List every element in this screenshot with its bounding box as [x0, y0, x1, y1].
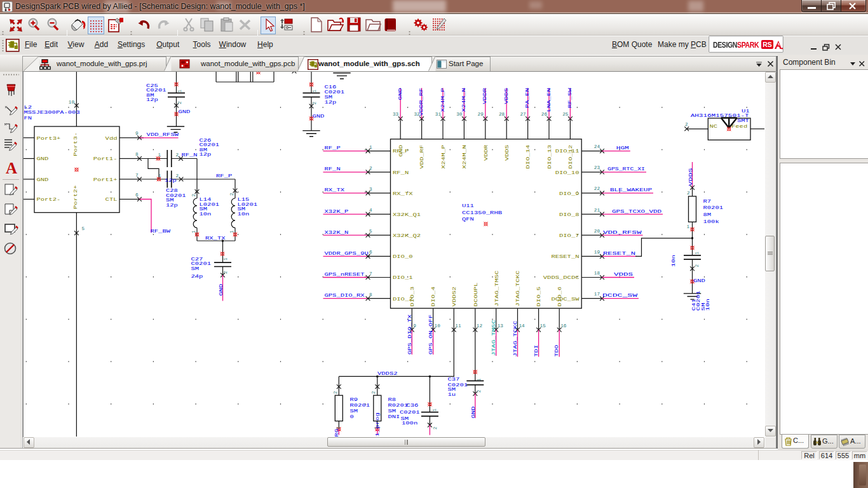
svg-text:1: 1	[312, 90, 317, 93]
svg-text:8M: 8M	[703, 212, 712, 217]
svg-text:GND: GND	[693, 278, 706, 283]
svg-text:GND: GND	[398, 88, 403, 100]
svg-text:DIO_9: DIO_9	[559, 191, 580, 196]
svg-text:1: 1	[158, 173, 161, 179]
svg-text:12: 12	[477, 323, 482, 329]
svg-text:X24M_P: X24M_P	[440, 88, 445, 112]
svg-text:24: 24	[594, 144, 600, 149]
svg-text:6: 6	[369, 250, 372, 255]
svg-text:RX_TX: RX_TX	[325, 187, 345, 193]
svg-text:VDDS: VDDS	[505, 144, 510, 161]
svg-text:19: 19	[594, 250, 600, 255]
svg-text:RF_P: RF_P	[325, 146, 341, 151]
svg-text:Port1-: Port1-	[93, 156, 118, 161]
svg-text:15: 15	[540, 323, 546, 329]
svg-text:R7: R7	[703, 199, 712, 204]
svg-text:VDDS: VDDS	[688, 168, 693, 186]
svg-text:2: 2	[371, 391, 376, 395]
svg-text:DNI: DNI	[388, 414, 400, 419]
svg-text:JTAG_TMSC: JTAG_TMSC	[491, 320, 496, 356]
svg-text:17: 17	[594, 292, 600, 297]
svg-text:X32K_P: X32K_P	[325, 209, 349, 214]
svg-text:RX_TX: RX_TX	[205, 236, 226, 241]
svg-text:L2: L2	[24, 105, 32, 110]
svg-text:VDDR: VDDR	[484, 144, 489, 161]
svg-text:100n: 100n	[402, 421, 417, 426]
svg-text:DIO_11: DIO_11	[555, 149, 580, 154]
svg-text:RESET_N: RESET_N	[551, 254, 579, 259]
svg-text:CTL: CTL	[105, 197, 118, 202]
svg-text:2: 2	[333, 391, 338, 395]
svg-text:GPS_ON_OFF: GPS_ON_OFF	[428, 315, 433, 355]
svg-text:DIO1_prog: DIO1_prog	[375, 412, 380, 437]
svg-text:GND: GND	[179, 109, 191, 114]
svg-text:21: 21	[594, 208, 600, 213]
svg-text:DIO_6: DIO_6	[557, 286, 562, 306]
svg-text:27: 27	[520, 112, 526, 117]
svg-text:GPS_DIO_RX: GPS_DIO_RX	[325, 293, 365, 298]
svg-text:VDDR_GPS_9U: VDDR_GPS_9U	[325, 251, 369, 256]
svg-text:2: 2	[312, 102, 317, 105]
svg-text:DPRG: DPRG	[334, 428, 339, 437]
svg-text:1: 1	[229, 230, 234, 233]
svg-text:Port2+: Port2+	[73, 185, 78, 209]
svg-text:25: 25	[562, 112, 569, 117]
svg-text:GPS_nRESET: GPS_nRESET	[325, 272, 365, 277]
svg-text:DIO_5: DIO_5	[536, 286, 541, 306]
svg-text:GPS_RTC_XI: GPS_RTC_XI	[607, 166, 645, 172]
svg-text:DIO_8: DIO_8	[559, 212, 580, 217]
svg-text:X32K_Q1: X32K_Q1	[393, 212, 421, 217]
svg-text:3: 3	[369, 187, 372, 192]
svg-text:22: 22	[594, 186, 600, 191]
svg-text:1: 1	[695, 252, 700, 255]
svg-text:CC1350_RHB: CC1350_RHB	[462, 210, 503, 215]
svg-text:1u: 1u	[448, 392, 456, 397]
svg-text:SMT: SMT	[737, 118, 750, 123]
svg-text:R9: R9	[350, 397, 358, 402]
svg-text:1: 1	[223, 257, 228, 261]
svg-text:Port2-: Port2-	[37, 197, 61, 202]
svg-text:Port3-: Port3-	[73, 132, 78, 156]
svg-text:1: 1	[177, 90, 182, 93]
svg-text:GPS_TCXO_VDD: GPS_TCXO_VDD	[612, 209, 662, 214]
svg-text:1: 1	[687, 224, 690, 229]
svg-text:Feed: Feed	[731, 124, 747, 129]
svg-text:SM: SM	[325, 95, 333, 100]
svg-text:12p: 12p	[325, 100, 337, 105]
svg-text:GND: GND	[398, 144, 403, 157]
svg-text:RESET_N: RESET_N	[603, 251, 635, 256]
svg-text:RF_P: RF_P	[216, 173, 233, 179]
svg-text:28: 28	[499, 112, 505, 117]
svg-text:DIO_14: DIO_14	[526, 144, 531, 168]
svg-text:7: 7	[369, 271, 372, 276]
svg-text:23: 23	[594, 165, 600, 170]
svg-text:VDDR_RF: VDDR_RF	[419, 88, 424, 116]
svg-text:10: 10	[435, 323, 441, 329]
svg-text:C0201: C0201	[448, 383, 468, 388]
svg-text:12p: 12p	[166, 203, 178, 208]
svg-text:10: 10	[69, 100, 75, 105]
svg-text:C0201: C0201	[400, 410, 420, 415]
svg-text:DIO_10: DIO_10	[555, 170, 580, 175]
svg-text:RF_BW: RF_BW	[151, 229, 171, 234]
svg-text:MSSJE300PA-003: MSSJE300PA-003	[24, 110, 81, 115]
svg-text:GND: GND	[219, 283, 224, 296]
svg-text:100k: 100k	[703, 219, 720, 224]
svg-text:R0201: R0201	[350, 403, 370, 408]
svg-text:2: 2	[177, 102, 182, 105]
svg-text:FN: FN	[24, 116, 32, 121]
svg-text:2: 2	[687, 191, 690, 196]
svg-text:BLE_WAKEUP: BLE_WAKEUP	[610, 187, 653, 193]
svg-text:2: 2	[369, 166, 372, 171]
svg-text:5: 5	[82, 226, 85, 231]
svg-text:6: 6	[135, 193, 139, 198]
svg-text:C16: C16	[325, 85, 337, 90]
svg-text:X24M_P: X24M_P	[441, 144, 446, 168]
svg-text:1: 1	[369, 145, 372, 150]
svg-text:16: 16	[560, 323, 567, 329]
svg-text:RF_SW: RF_SW	[567, 88, 573, 108]
svg-text:X32K_Q2: X32K_Q2	[393, 233, 421, 238]
svg-text:13: 13	[498, 323, 504, 329]
svg-text:10n: 10n	[671, 255, 676, 267]
svg-text:10n: 10n	[238, 212, 250, 217]
